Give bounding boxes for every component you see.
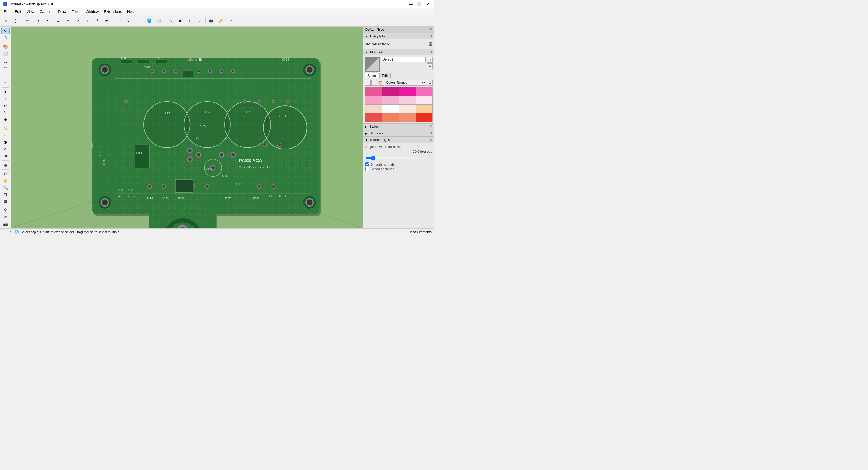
tool-select[interactable]: ↖	[1, 28, 10, 34]
shadows-close[interactable]: ✕	[429, 131, 432, 135]
tool-zoom-vp[interactable]: 🔍	[1, 184, 10, 191]
smooth-normals-checkbox[interactable]	[365, 162, 369, 166]
tool-dimension[interactable]: ↔	[1, 132, 10, 138]
tool-scale[interactable]: ⤡	[1, 109, 10, 116]
toolbar-zoom[interactable]: 🔍	[166, 16, 175, 25]
swatch-14[interactable]	[399, 113, 415, 122]
menu-help[interactable]: Help	[125, 9, 137, 14]
tool-section[interactable]: ▦	[1, 162, 10, 168]
tool-look-around[interactable]: 👁	[1, 214, 10, 220]
menu-view[interactable]: View	[24, 9, 37, 14]
tool-arc[interactable]: ⌒	[1, 66, 10, 73]
viewport[interactable]: + C105 C11 C112 C113 OUT+ C114 C111	[11, 27, 363, 228]
entity-edit-icon[interactable]: ⊞	[428, 41, 432, 47]
mat-tab-edit[interactable]: Edit	[379, 73, 391, 78]
tool-tape[interactable]: 📏	[1, 125, 10, 132]
material-add-button[interactable]: ⊕	[427, 63, 433, 69]
toolbar-arc[interactable]: ⌒▾	[32, 16, 41, 25]
swatch-0[interactable]	[365, 87, 381, 95]
tray-close-button[interactable]: ✕	[429, 27, 432, 32]
material-load-button[interactable]: ⊡	[427, 57, 433, 63]
toolbar-pencil[interactable]: ✏	[23, 16, 32, 25]
toolbar-circle[interactable]: ○▾	[42, 16, 51, 25]
toolbar-make-component[interactable]: ⬡	[11, 16, 20, 25]
status-info-icon[interactable]: ℹ	[2, 229, 7, 234]
toolbar-paint[interactable]: 🪣	[145, 16, 154, 25]
soften-close[interactable]: ✕	[429, 138, 432, 142]
toolbar-rotate[interactable]: ↻	[73, 16, 82, 25]
materials-header[interactable]: ▼ Materials ✕	[364, 49, 434, 56]
toolbar-extra1[interactable]: 🔑	[216, 16, 225, 25]
materials-close[interactable]: ✕	[429, 50, 432, 54]
tool-3d-text[interactable]: 3D	[1, 153, 10, 159]
toolbar-eraser[interactable]: ⬜	[154, 16, 163, 25]
toolbar-select[interactable]: ↖	[1, 16, 10, 25]
toolbar-next[interactable]: ▷	[195, 16, 204, 25]
soften-coplanar-checkbox[interactable]	[365, 167, 369, 171]
menu-file[interactable]: File	[1, 9, 12, 14]
entity-info-close[interactable]: ✕	[429, 34, 432, 38]
swatch-15[interactable]	[416, 113, 433, 122]
toolbar-add-scene[interactable]: 📷	[207, 16, 216, 25]
toolbar-dimension[interactable]: ↔	[133, 16, 142, 25]
swatch-4[interactable]	[365, 96, 381, 104]
styles-close[interactable]: ✕	[429, 124, 432, 129]
toolbar-move[interactable]: ✛	[63, 16, 72, 25]
tool-rotate[interactable]: ↻	[1, 103, 10, 109]
swatch-3[interactable]	[416, 87, 433, 95]
menu-edit[interactable]: Edit	[12, 9, 24, 14]
mat-details-button[interactable]: ▤	[427, 80, 433, 86]
tool-protractor[interactable]: ◑	[1, 139, 10, 146]
swatch-12[interactable]	[365, 113, 381, 122]
tool-text[interactable]: A	[1, 146, 10, 152]
toolbar-text[interactable]: A	[123, 16, 132, 25]
tool-zoom-extents[interactable]: ⊞	[1, 198, 10, 205]
tool-paint[interactable]: 🎨	[1, 43, 10, 50]
menu-camera[interactable]: Camera	[37, 9, 55, 14]
tool-push-pull[interactable]: ⬆	[1, 89, 10, 95]
toolbar-previous[interactable]: ◁	[185, 16, 194, 25]
tool-zoom-window-vp[interactable]: ⊡	[1, 191, 10, 198]
menu-tools[interactable]: Tools	[70, 9, 83, 14]
material-category-select[interactable]: Colors-Named Colors Bricks and Cladding …	[384, 80, 426, 86]
toolbar-push-pull[interactable]: ▲	[54, 16, 63, 25]
swatch-6[interactable]	[399, 96, 415, 104]
mat-forward-button[interactable]: →	[371, 80, 377, 86]
status-warning-icon[interactable]: ⚠	[8, 229, 13, 234]
toolbar-scale[interactable]: ⤡	[83, 16, 92, 25]
swatch-8[interactable]	[365, 104, 381, 113]
maximize-button[interactable]: ⬜	[415, 1, 423, 7]
shadows-header[interactable]: ▶ Shadows ✕	[364, 130, 434, 136]
close-button[interactable]: ✕	[424, 1, 432, 7]
soften-edges-header[interactable]: ▼ Soften Edges ✕	[364, 136, 434, 143]
mat-home-button[interactable]: 🏠	[378, 80, 384, 86]
menu-window[interactable]: Window	[84, 9, 101, 14]
toolbar-flip[interactable]: ⇄	[92, 16, 101, 25]
menu-draw[interactable]: Draw	[56, 9, 69, 14]
swatch-2[interactable]	[399, 87, 415, 95]
toolbar-zoom-window[interactable]: ⊡	[176, 16, 185, 25]
tool-offset[interactable]: ◈	[1, 116, 10, 123]
tool-make-component[interactable]: ⬡	[1, 35, 10, 41]
entity-info-header[interactable]: ▼ Entity Info ✕	[364, 33, 434, 39]
tool-pan[interactable]: ✋	[1, 178, 10, 184]
soften-slider[interactable]	[365, 156, 420, 161]
menu-extensions[interactable]: Extensions	[101, 9, 124, 14]
tool-pencil[interactable]: ✏	[1, 59, 10, 66]
mat-back-button[interactable]: ←	[365, 80, 371, 86]
styles-header[interactable]: ▶ Styles ✕	[364, 123, 434, 130]
mat-tab-select[interactable]: Select	[365, 73, 379, 78]
swatch-13[interactable]	[382, 113, 398, 122]
toolbar-offset[interactable]: ◈	[102, 16, 111, 25]
swatch-11[interactable]	[416, 104, 433, 113]
tool-walk[interactable]: ⚲	[1, 207, 10, 213]
swatch-5[interactable]	[382, 96, 398, 104]
tool-orbit[interactable]: ⊕	[1, 170, 10, 177]
tool-rectangle[interactable]: ▭	[1, 73, 10, 80]
swatch-10[interactable]	[399, 104, 415, 113]
swatch-9[interactable]	[382, 104, 398, 113]
swatch-7[interactable]	[416, 96, 433, 104]
tool-move[interactable]: ✛	[1, 96, 10, 102]
tool-circle[interactable]: ○	[1, 80, 10, 86]
tool-eraser[interactable]: ⬜	[1, 50, 10, 57]
